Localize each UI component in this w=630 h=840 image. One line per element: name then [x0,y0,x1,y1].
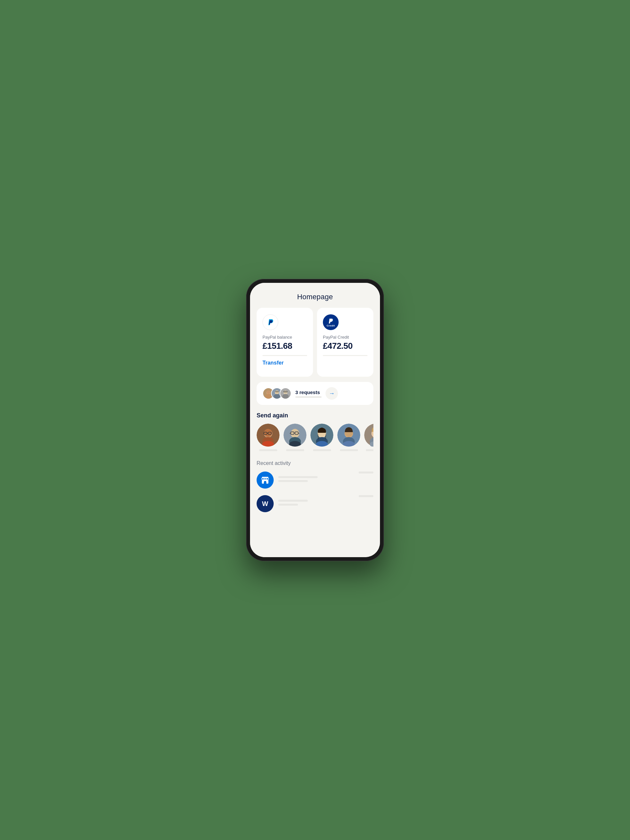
contact-avatar-2 [284,424,306,447]
activity-item-2[interactable]: W [257,495,373,512]
paypal-credit-p-icon [327,317,334,325]
svg-point-6 [274,394,280,399]
activity-line-2a [278,500,308,502]
request-avatar-3 [279,387,291,399]
svg-point-7 [275,390,279,394]
transfer-button[interactable]: Transfer [262,360,307,366]
svg-rect-49 [262,481,264,482]
activity-amount-2 [358,495,373,497]
contact-avatar-4 [337,424,360,447]
paypal-logo [262,314,278,330]
svg-point-2 [265,394,272,399]
svg-rect-13 [283,391,288,392]
app-screen[interactable]: Homepage PayPal balance £151.68 Tr [250,283,380,557]
svg-rect-50 [266,481,268,482]
requests-info: 3 requests [295,390,322,398]
activity-line-1b [278,480,308,482]
credit-card-label: PayPal Credit [323,335,368,339]
paypal-balance-card[interactable]: PayPal balance £151.68 Transfer [257,308,313,377]
contact-item-4[interactable] [337,424,360,451]
activity-line-2b [278,504,298,506]
svg-point-3 [267,390,270,394]
recent-activity-title: Recent activity [257,460,373,466]
phone-screen: Homepage PayPal balance £151.68 Tr [250,283,380,557]
contact-name-bar-1 [259,449,277,451]
balance-card-label: PayPal balance [262,335,307,339]
request-avatars [262,387,291,399]
contact-name-bar-5 [366,449,373,451]
send-again-title: Send again [257,412,373,419]
contact-item-5[interactable] [364,424,373,451]
contact-name-bar-3 [313,449,331,451]
svg-rect-8 [275,391,279,392]
requests-sub-bar [295,396,322,398]
contact-avatar-1 [257,424,279,447]
requests-count-text: 3 requests [295,390,322,395]
contact-avatar-3 [310,424,333,447]
paypal-credit-logo: Credit [323,314,339,330]
activity-content-1 [278,476,354,484]
activity-amount-1 [358,472,373,474]
balance-amount: £151.68 [262,341,307,351]
credit-label-text: Credit [327,324,335,327]
w-letter-icon: W [262,500,268,508]
credit-card-divider [323,355,368,356]
svg-rect-48 [264,481,267,484]
requests-arrow-button[interactable]: → [325,387,338,399]
contact-item-2[interactable] [284,424,306,451]
contact-item-1[interactable] [257,424,279,451]
activity-line-1a [278,476,317,478]
paypal-credit-card[interactable]: Credit PayPal Credit £472.50 [317,308,373,377]
page-title: Homepage [257,293,373,301]
balance-cards-row: PayPal balance £151.68 Transfer Credit [257,308,373,377]
arrow-right-icon: → [329,390,335,397]
store-activity-icon [257,472,274,489]
activity-item-1[interactable] [257,472,373,489]
contact-name-bar-2 [286,449,304,451]
avatar-face-3-svg [280,387,291,399]
card-divider [262,355,307,356]
phone-frame: Homepage PayPal balance £151.68 Tr [246,279,384,561]
paypal-p-icon [266,317,275,327]
requests-bar[interactable]: 3 requests → [257,382,373,405]
contact-name-bar-4 [340,449,358,451]
activity-content-2 [278,500,354,508]
store-icon [261,476,269,484]
contact-item-3[interactable] [310,424,333,451]
contact-avatar-5 [364,424,373,447]
credit-amount: £472.50 [323,341,368,351]
send-again-contacts[interactable] [257,424,373,453]
w-activity-icon: W [257,495,274,512]
svg-point-11 [282,394,289,399]
